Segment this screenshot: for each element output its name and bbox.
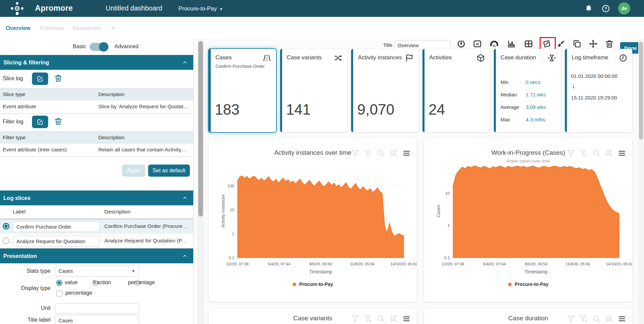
filter-off-icon[interactable] (579, 315, 588, 323)
tab-resources[interactable]: Resources (72, 25, 101, 31)
tab-activities[interactable]: Activities (39, 25, 64, 31)
avatar[interactable]: de (618, 2, 630, 14)
case-variants-value: 141 (286, 101, 311, 118)
slice-table-row[interactable]: Event attribute Slice by 'Analyze Reques… (0, 100, 193, 114)
zoom-icon[interactable] (377, 315, 385, 323)
chevron-up-icon[interactable] (182, 60, 187, 65)
chevron-up-icon[interactable] (182, 196, 187, 200)
chart-widget-icon[interactable] (507, 39, 516, 49)
cube-icon (476, 54, 485, 62)
duplicate-icon[interactable] (572, 39, 582, 49)
card-activity-instances[interactable]: Activity instances 9,070 (351, 49, 418, 132)
card-accent-strip (351, 49, 353, 132)
zoom-icon[interactable] (592, 149, 601, 157)
number-widget-icon[interactable] (473, 39, 482, 49)
filter-off-icon[interactable] (579, 149, 588, 157)
filter-table-row[interactable]: Event attribute (Inter cases) Retain all… (0, 144, 193, 157)
chart-legend[interactable]: Procure-to-Pay (209, 282, 417, 287)
down-arrow-icon: ↓ (572, 82, 575, 90)
add-tab-button[interactable]: + (111, 24, 115, 32)
set-as-default-button[interactable]: Set as default (148, 165, 190, 177)
filter-off-icon[interactable] (364, 149, 372, 157)
menu-hamburger-icon[interactable] (402, 315, 411, 323)
chart-plot: 1001010.11/2/20, 07:385/4/20, 07:448/6/2… (209, 138, 417, 302)
notifications-bell-icon[interactable] (584, 4, 593, 13)
slice-label-input[interactable] (13, 236, 100, 246)
zoom-off-icon[interactable] (605, 315, 613, 323)
live-widget-icon[interactable] (456, 39, 466, 49)
edit-icon (36, 75, 44, 83)
slice-log-delete-button[interactable] (54, 74, 63, 83)
zoom-icon[interactable] (592, 315, 601, 323)
title-field-label: Title (383, 42, 393, 48)
filter-off-icon[interactable] (364, 315, 372, 323)
slice-log-label: Slice log (3, 76, 23, 82)
filter-funnel-icon[interactable] (351, 149, 360, 157)
section-slicing-filtering[interactable]: Slicing & filtering (0, 55, 193, 70)
chart-panel-case-duration: Case duration (424, 308, 632, 324)
hourglass-icon (547, 54, 556, 62)
slice-log-edit-button[interactable] (32, 72, 48, 85)
gauge-widget-icon[interactable] (489, 39, 499, 49)
card-activities[interactable]: Activities 24 (422, 49, 490, 132)
log-slice-row[interactable]: Analyze Request for Quotation (P… (0, 234, 193, 248)
card-log-timeframe[interactable]: Log timeframe 01.01.2020 00:00:00 ↓ 15.1… (565, 49, 632, 132)
move-icon[interactable] (588, 39, 598, 49)
x-axis-label: Timestamp (453, 269, 619, 274)
edit-icon (36, 118, 44, 126)
unit-input[interactable] (55, 303, 139, 314)
filter-log-label: Filter log (3, 119, 23, 125)
menu-hamburger-icon[interactable] (402, 149, 411, 157)
duration-min: Min0 secs (501, 79, 556, 85)
svg-text:10: 10 (230, 208, 235, 212)
zoom-off-icon[interactable] (389, 315, 398, 323)
zoom-off-icon[interactable] (389, 149, 398, 157)
log-slice-row[interactable]: Confirm Purchase Order (Procure… (0, 219, 193, 234)
filter-funnel-icon[interactable] (567, 315, 575, 323)
duration-max: Max4.3 mths (501, 117, 556, 122)
zoom-off-icon[interactable] (605, 149, 613, 157)
scrollbar-thumb[interactable] (198, 41, 203, 216)
dashboard-title: Untitled dashboard (106, 4, 162, 12)
main-scrollbar[interactable] (638, 39, 644, 324)
sidebar-scrollbar[interactable] (197, 39, 204, 324)
svg-text:5/4/20, 07:44: 5/4/20, 07:44 (483, 262, 506, 266)
filter-funnel-icon[interactable] (351, 315, 360, 323)
x-axis-label: Timestamp (237, 269, 404, 274)
delete-icon[interactable] (605, 39, 614, 49)
bottom-charts-row: Case variants Case duration (209, 308, 632, 324)
table-widget-icon[interactable] (524, 39, 533, 49)
chart-legend[interactable]: Procure-to-Pay (424, 282, 632, 287)
slice-radio-selected[interactable] (3, 223, 9, 230)
log-selector-dropdown[interactable]: Procure-to-Pay▼ (178, 5, 223, 12)
slice-radio[interactable] (3, 237, 9, 244)
filter-log-delete-button[interactable] (54, 117, 63, 126)
section-presentation[interactable]: Presentation (0, 248, 193, 263)
chevron-up-icon[interactable] (182, 254, 187, 258)
svg-text:11/8/20, 05:56: 11/8/20, 05:56 (350, 262, 375, 266)
filter-funnel-icon[interactable] (567, 149, 575, 157)
zoom-icon[interactable] (377, 149, 385, 157)
display-type-radio-value[interactable] (56, 280, 62, 286)
apply-button[interactable]: Apply (122, 165, 145, 177)
menu-hamburger-icon[interactable] (618, 315, 626, 323)
timeframe-end: 15.11.2020 19:29:00 (571, 95, 617, 100)
title-label-input[interactable] (55, 315, 139, 324)
filter-log-edit-button[interactable] (32, 116, 48, 128)
edit-widget-icon[interactable] (542, 39, 551, 49)
slice-label-input[interactable] (13, 221, 100, 232)
mode-toggle[interactable] (90, 43, 108, 51)
section-log-slices[interactable]: Log slices (0, 190, 193, 205)
percentage-checkbox[interactable] (56, 290, 63, 297)
tab-overview[interactable]: Overview (6, 25, 30, 31)
trash-icon (54, 74, 63, 83)
card-case-duration[interactable]: Case duration Min0 secs Median1.71 wks A… (494, 49, 561, 132)
svg-text:14/10/20, 05:02: 14/10/20, 05:02 (391, 262, 417, 266)
theme-brush-icon[interactable] (556, 39, 566, 49)
stats-type-select[interactable]: Cases ▼ (55, 266, 139, 276)
scrollbar-thumb[interactable] (639, 42, 643, 140)
help-icon[interactable] (602, 4, 610, 13)
menu-hamburger-icon[interactable] (618, 149, 626, 157)
card-cases[interactable]: Cases Confirm Purchase Order 183 (209, 49, 276, 132)
card-case-variants[interactable]: Case variants 141 (280, 49, 347, 132)
